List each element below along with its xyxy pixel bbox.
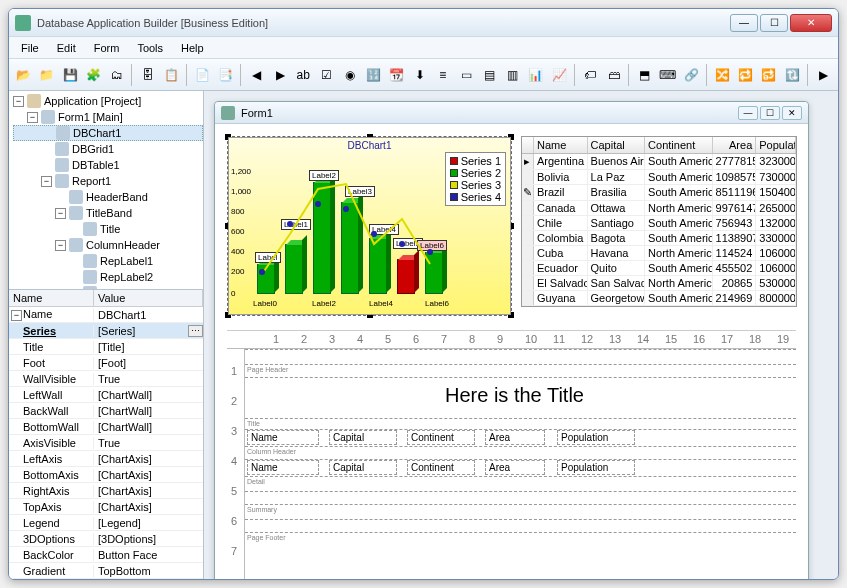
tree-node[interactable]: RepLabel1 (13, 253, 203, 269)
toolbar-btn-25[interactable]: 📈 (548, 64, 569, 86)
toolbar-btn-17[interactable]: 🔢 (362, 64, 383, 86)
tree-node[interactable]: −Form1 [Main] (13, 109, 203, 125)
toolbar-btn-20[interactable]: ≡ (432, 64, 453, 86)
toolbar-btn-35[interactable]: 🔁 (735, 64, 756, 86)
toolbar-btn-19[interactable]: ⬇ (409, 64, 430, 86)
prop-row[interactable]: LeftAxis[ChartAxis] (9, 451, 203, 467)
menu-help[interactable]: Help (173, 40, 212, 56)
toolbar-btn-0[interactable]: 📂 (13, 64, 34, 86)
prop-row[interactable]: RightAxis[ChartAxis] (9, 483, 203, 499)
toolbar-btn-9[interactable]: 📄 (192, 64, 213, 86)
minimize-button[interactable]: — (730, 14, 758, 32)
toolbar-btn-37[interactable]: 🔃 (782, 64, 803, 86)
toolbar-btn-30[interactable]: ⬒ (634, 64, 655, 86)
dbgrid[interactable]: Name Capital Continent Area Populatior ▸… (521, 136, 797, 307)
form-minimize[interactable]: — (738, 106, 758, 120)
dbchart-selection[interactable]: DBChart1 Series 1 Series 2 Series 3 Seri… (227, 136, 512, 316)
tree-node[interactable]: RepLabel2 (13, 269, 203, 285)
toolbar-btn-10[interactable]: 📑 (215, 64, 236, 86)
prop-row[interactable]: BackColorButton Face (9, 547, 203, 563)
grid-row[interactable]: CubaHavanaNorth America11452410600000 (522, 246, 796, 261)
prop-row[interactable]: Series[Series] ⋯ (9, 323, 203, 339)
toolbar-btn-21[interactable]: ▭ (455, 64, 476, 86)
design-area[interactable]: Form1 — ☐ ✕ (204, 91, 838, 579)
grid-row[interactable]: ✎BrazilBrasiliaSouth America851119615040… (522, 185, 796, 201)
v-ruler: 1234567 (227, 349, 245, 579)
form-maximize[interactable]: ☐ (760, 106, 780, 120)
form-close[interactable]: ✕ (782, 106, 802, 120)
prop-row[interactable]: GradientTopBottom (9, 563, 203, 579)
report-title[interactable]: Here is the Title (445, 384, 584, 407)
grid-row[interactable]: CanadaOttawaNorth America997614726500000 (522, 201, 796, 216)
toolbar-btn-39[interactable]: ▶ (813, 64, 834, 86)
prop-row[interactable]: −NameDBChart1 (9, 307, 203, 323)
window-title: Database Application Builder [Business E… (37, 17, 730, 29)
grid-row[interactable]: El SalvadorSan SalvadorNorth America2086… (522, 276, 796, 291)
prop-hdr-name: Name (9, 290, 94, 306)
grid-row[interactable]: ColombiaBagotaSouth America1138907330000… (522, 231, 796, 246)
grid-row[interactable]: BoliviaLa PazSouth America10985757300000 (522, 170, 796, 185)
app-icon (15, 15, 31, 31)
prop-row[interactable]: WallVisibleTrue (9, 371, 203, 387)
prop-row[interactable]: 3DOptions[3DOptions] (9, 531, 203, 547)
project-tree[interactable]: −Application [Project]−Form1 [Main]DBCha… (9, 91, 203, 289)
toolbar-btn-7[interactable]: 📋 (160, 64, 181, 86)
toolbar-btn-23[interactable]: ▥ (502, 64, 523, 86)
toolbar-btn-28[interactable]: 🗃 (603, 64, 624, 86)
toolbar-btn-12[interactable]: ◀ (246, 64, 267, 86)
menu-tools[interactable]: Tools (129, 40, 171, 56)
tree-node[interactable]: −Report1 (13, 173, 203, 189)
prop-row[interactable]: Legend[Legend] (9, 515, 203, 531)
toolbar-btn-13[interactable]: ▶ (269, 64, 290, 86)
menu-file[interactable]: File (13, 40, 47, 56)
tree-node[interactable]: HeaderBand (13, 189, 203, 205)
toolbar-btn-1[interactable]: 📁 (36, 64, 57, 86)
app-window: Database Application Builder [Business E… (8, 8, 839, 580)
prop-row[interactable]: BackWall[ChartWall] (9, 403, 203, 419)
menu-form[interactable]: Form (86, 40, 128, 56)
grid-row[interactable]: ChileSantiagoSouth America75694313200000 (522, 216, 796, 231)
toolbar-btn-4[interactable]: 🗂 (106, 64, 127, 86)
toolbar-btn-14[interactable]: ab (293, 64, 314, 86)
prop-row[interactable]: Foot[Foot] (9, 355, 203, 371)
tree-node[interactable]: DBGrid1 (13, 141, 203, 157)
prop-hdr-value: Value (94, 290, 203, 306)
toolbar-btn-16[interactable]: ◉ (339, 64, 360, 86)
toolbar-btn-24[interactable]: 📊 (525, 64, 546, 86)
report-canvas[interactable]: Page Header Here is the Title Title Name… (245, 349, 796, 579)
toolbar-btn-34[interactable]: 🔀 (712, 64, 733, 86)
grid-row[interactable]: EcuadorQuitoSouth America45550210600000 (522, 261, 796, 276)
tree-root[interactable]: −Application [Project] (13, 93, 203, 109)
toolbar-btn-31[interactable]: ⌨ (657, 64, 678, 86)
tree-node[interactable]: DBChart1 (13, 125, 203, 141)
toolbar-btn-6[interactable]: 🗄 (137, 64, 158, 86)
menu-edit[interactable]: Edit (49, 40, 84, 56)
tree-node[interactable]: Title (13, 221, 203, 237)
close-button[interactable]: ✕ (790, 14, 832, 32)
grid-header: Name Capital Continent Area Populatior (522, 137, 796, 154)
toolbar-btn-32[interactable]: 🔗 (681, 64, 702, 86)
prop-row[interactable]: LeftWall[ChartWall] (9, 387, 203, 403)
toolbar-btn-18[interactable]: 📆 (386, 64, 407, 86)
prop-row[interactable]: Title[Title] (9, 339, 203, 355)
tree-node[interactable]: DBTable1 (13, 157, 203, 173)
tree-node[interactable]: −TitleBand (13, 205, 203, 221)
grid-row[interactable]: GuyanaGeorgetownSouth America21496980000… (522, 291, 796, 306)
toolbar-btn-2[interactable]: 💾 (60, 64, 81, 86)
toolbar-btn-36[interactable]: 🔂 (758, 64, 779, 86)
toolbar-btn-3[interactable]: 🧩 (83, 64, 104, 86)
prop-row[interactable]: BottomAxis[ChartAxis] (9, 467, 203, 483)
tree-node[interactable]: −ColumnHeader (13, 237, 203, 253)
grid-row[interactable]: ▸ArgentinaBuenos AiresSouth America27778… (522, 154, 796, 170)
prop-row[interactable]: BottomWall[ChartWall] (9, 419, 203, 435)
prop-row[interactable]: TopAxis[ChartAxis] (9, 499, 203, 515)
maximize-button[interactable]: ☐ (760, 14, 788, 32)
report-designer[interactable]: 12345678910111213141516171819 1234567 Pa… (227, 330, 796, 579)
prop-row[interactable]: AxisVisibleTrue (9, 435, 203, 451)
toolbar-btn-27[interactable]: 🏷 (580, 64, 601, 86)
toolbar-btn-15[interactable]: ☑ (316, 64, 337, 86)
titlebar[interactable]: Database Application Builder [Business E… (9, 9, 838, 37)
toolbar-btn-22[interactable]: ▤ (479, 64, 500, 86)
property-rows[interactable]: −NameDBChart1Series[Series] ⋯Title[Title… (9, 307, 203, 579)
form-icon (221, 106, 235, 120)
